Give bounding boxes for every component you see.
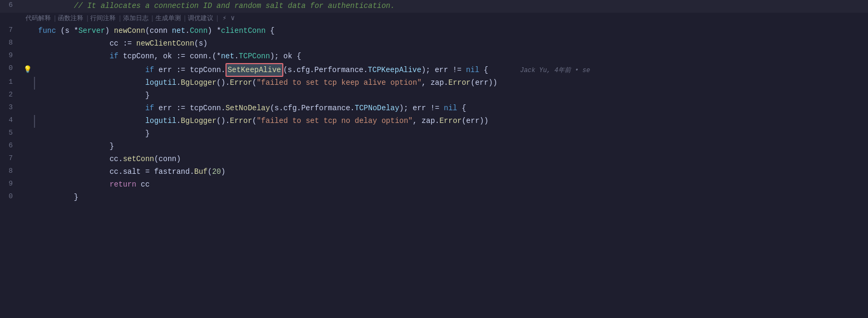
code-token: ); err != [421, 66, 466, 74]
code-token: , zap. [422, 78, 448, 87]
line-number-15: 5 [0, 128, 21, 140]
code-line-7: 7 func (s *Server) newConn(conn net.Conn… [0, 25, 868, 38]
toolbar-gen-test[interactable]: 生成单测 [155, 14, 181, 24]
code-token: // It allocates a connection ID [38, 2, 216, 10]
code-token: BgLogger [181, 117, 216, 125]
line-content-12: } [34, 90, 868, 102]
line-number-8: 8 [0, 38, 21, 50]
code-token: "failed to set tcp no delay option" [257, 117, 413, 125]
code-line-16: 6 } [0, 140, 868, 153]
code-token: , zap. [413, 117, 439, 125]
toolbar-line-comment[interactable]: 行间注释 [90, 14, 116, 24]
toolbar-more-icon[interactable]: ⚡ ∨ [222, 13, 235, 24]
line-indicator-7 [21, 25, 34, 38]
line-content-10: if err := tcpConn.SetKeepAlive(s.cfg.Per… [34, 63, 868, 77]
toolbar-func-comment[interactable]: 函数注释 [58, 14, 83, 24]
line-indicator-20 [21, 191, 34, 204]
code-token: } [38, 129, 150, 138]
line-indicator-18 [21, 166, 34, 179]
toolbar-optimize[interactable]: 调优建议 [188, 14, 213, 24]
line-content-11: logutil.BgLogger().Error("failed to set … [34, 77, 868, 90]
code-token [38, 180, 109, 189]
code-token: ( [252, 117, 256, 125]
code-token: (conn) [154, 155, 180, 163]
line-content-18: cc.salt = fastrand.Buf(20) [34, 166, 868, 179]
line-indicator-16 [21, 140, 34, 153]
line-indicator-17 [21, 153, 34, 166]
git-blame-10: Jack Yu, 4年前 • se [520, 67, 590, 74]
bulb-icon[interactable]: 💡 [23, 65, 32, 76]
line-content-14: logutil.BgLogger().Error("failed to set … [34, 115, 868, 128]
code-line-6: 6 // It allocates a connection ID and ra… [0, 0, 868, 13]
line-number-6: 6 [0, 0, 21, 13]
code-token: setConn [123, 155, 154, 163]
code-token: "failed to set tcp keep alive option" [257, 78, 422, 87]
line-content-19: return cc [34, 179, 868, 191]
line-indicator-6 [21, 0, 34, 13]
code-token [38, 52, 109, 60]
code-token: . [235, 52, 239, 60]
code-token: Error [448, 78, 471, 87]
line-number-13: 3 [0, 102, 21, 115]
code-token: } [38, 91, 150, 100]
code-token: ); err != [400, 104, 444, 112]
line-indicator-19 [21, 179, 34, 191]
code-line-13: 3 if err := tcpConn.SetNoDelay(s.cfg.Per… [0, 102, 868, 115]
code-token: cc. [38, 155, 123, 163]
line-number-19: 9 [0, 179, 21, 191]
code-token: logutil [38, 117, 176, 125]
toolbar-explain[interactable]: 代码解释 [25, 14, 51, 24]
code-token: } [38, 142, 114, 151]
code-token: 20 [212, 167, 221, 176]
line-number-16: 6 [0, 140, 21, 153]
code-token: (s.cfg.Performance. [270, 104, 355, 112]
code-line-19: 9 return cc [0, 179, 868, 191]
code-line-11: 1 logutil.BgLogger().Error("failed to se… [0, 77, 868, 90]
code-toolbar: 代码解释 | 函数注释 | 行间注释 | 添加日志 | 生成单测 | 调优建议 … [0, 13, 868, 25]
line-number-20: 0 [0, 191, 21, 204]
line-indicator-11 [21, 77, 34, 90]
code-token: cc [136, 180, 150, 189]
line-content-16: } [34, 140, 868, 153]
line-number-14: 4 [0, 115, 21, 128]
line-content-15: } [34, 128, 868, 140]
code-token: Error [230, 117, 252, 125]
code-token: net [172, 26, 185, 35]
code-token: { [266, 26, 275, 35]
toolbar-add-log[interactable]: 添加日志 [123, 14, 149, 24]
line-indicator-9 [21, 50, 34, 63]
code-token: net [221, 52, 234, 60]
line-number-7: 7 [0, 25, 21, 38]
line-number-11: 1 [0, 77, 21, 90]
line-content-20: } [34, 191, 868, 204]
line-content-17: cc.setConn(conn) [34, 153, 868, 166]
code-token: TCPConn [239, 52, 270, 60]
code-token: SetNoDelay [225, 104, 270, 112]
code-token: newConn [114, 26, 145, 35]
code-token: func [38, 26, 56, 35]
line-content-13: if err := tcpConn.SetNoDelay(s.cfg.Perfo… [34, 102, 868, 115]
code-line-15: 5 } [0, 128, 868, 140]
code-token: Error [439, 117, 462, 125]
code-token: logutil [38, 78, 176, 87]
code-token: (). [216, 117, 230, 125]
code-token: tcpConn, ok := conn.(* [118, 52, 221, 60]
code-token [38, 104, 145, 112]
code-token: Buf [194, 167, 207, 176]
code-token: clientConn [221, 26, 266, 35]
code-token: cc.salt = fastrand. [38, 167, 194, 176]
code-line-18: 8 cc.salt = fastrand.Buf(20) [0, 166, 868, 179]
code-line-17: 7 cc.setConn(conn) [0, 153, 868, 166]
code-token: } [38, 193, 79, 201]
code-token-and: and [216, 2, 230, 10]
code-token: nil [466, 66, 479, 74]
code-token: ); ok { [270, 52, 301, 60]
code-editor: 6 // It allocates a connection ID and ra… [0, 0, 868, 318]
code-token: if [109, 52, 118, 60]
line-content-6: // It allocates a connection ID and rand… [34, 0, 868, 13]
line-indicator-10: 💡 [21, 63, 34, 77]
code-token: cc := [38, 39, 136, 48]
code-token: ) [105, 26, 114, 35]
code-token: TCPKeepAlive [368, 66, 421, 74]
line-content-9: if tcpConn, ok := conn.(*net.TCPConn); o… [34, 50, 868, 63]
